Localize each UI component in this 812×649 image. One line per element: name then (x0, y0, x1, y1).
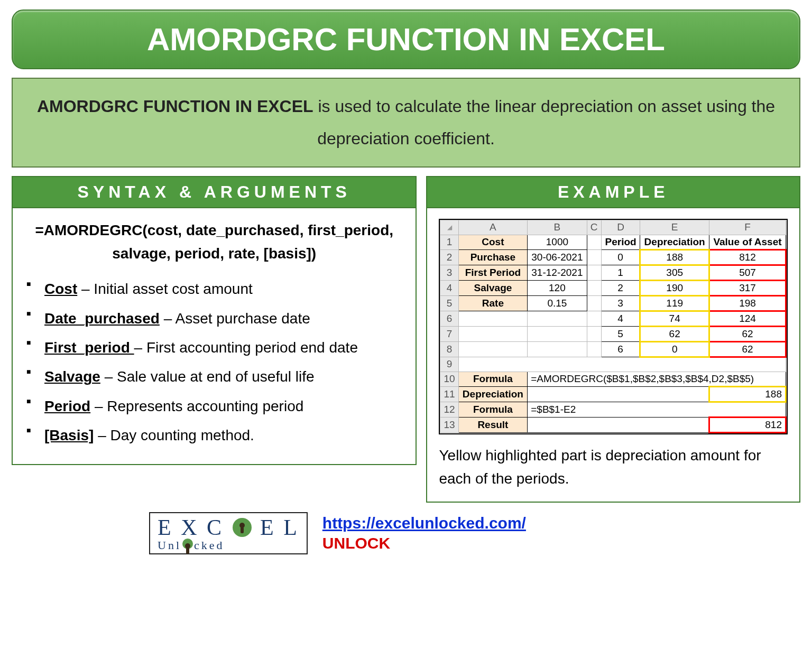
value-cost: 1000 (528, 235, 587, 249)
value-purchase: 30-06-2021 (528, 249, 587, 265)
dep-result-pad (528, 386, 709, 402)
label-value-of-asset: Value of Asset (709, 235, 786, 249)
dep-result: 188 (709, 386, 786, 402)
row-4: 4 (440, 280, 458, 295)
formula-2: =$B$1-E2 (528, 402, 786, 417)
dep-5: 62 (640, 326, 709, 341)
col-b: B (528, 220, 587, 235)
row-5: 5 (440, 295, 458, 311)
row-8: 8 (440, 341, 458, 357)
corner-cell: ◢ (440, 220, 458, 235)
example-heading: EXAMPLE (426, 176, 800, 208)
keyhole-icon (233, 518, 252, 537)
arg-date-purchased: Date_purchased – Asset purchase date (26, 307, 404, 330)
label-cost: Cost (458, 235, 528, 249)
description-text: is used to calculate the linear deprecia… (313, 97, 775, 148)
syntax-heading: SYNTAX & ARGUMENTS (12, 176, 417, 208)
row-3: 3 (440, 265, 458, 280)
formula-1: =AMORDEGRC($B$1,$B$2,$B$3,$B$4,D2,$B$5) (528, 372, 786, 386)
arg-basis: [Basis] – Day counting method. (26, 424, 404, 447)
arg-cost: Cost – Initial asset cost amount (26, 277, 404, 300)
dep-6: 0 (640, 341, 709, 357)
logo-line-2: Unlcked (158, 539, 299, 551)
example-note: Yellow highlighted part is depreciation … (439, 444, 788, 492)
example-column: EXAMPLE ◢ A B C D E F 1 Cost (426, 176, 800, 503)
col-d: D (601, 220, 640, 235)
logo: E X C E L Unlcked (149, 512, 308, 554)
period-4: 4 (601, 311, 640, 326)
period-0: 0 (601, 249, 640, 265)
label-formula-1: Formula (458, 372, 528, 386)
col-f: F (709, 220, 786, 235)
period-2: 2 (601, 280, 640, 295)
label-first-period: First Period (458, 265, 528, 280)
spreadsheet-table: ◢ A B C D E F 1 Cost 1000 Period (440, 220, 787, 433)
va-4: 124 (709, 311, 786, 326)
label-depreciation-row: Depreciation (458, 386, 528, 402)
result-pad (528, 417, 709, 432)
period-6: 6 (601, 341, 640, 357)
footer: E X C E L Unlcked https://excelunlocked.… (12, 512, 800, 554)
col-a: A (458, 220, 528, 235)
syntax-column: SYNTAX & ARGUMENTS =AMORDEGRC(cost, date… (12, 176, 417, 503)
arg-salvage: Salvage – Sale value at end of useful li… (26, 365, 404, 388)
dep-1: 305 (640, 265, 709, 280)
unlock-text: UNLOCK (322, 534, 526, 552)
value-salvage: 120 (528, 280, 587, 295)
va-1: 507 (709, 265, 786, 280)
page-title: AMORDGRC FUNCTION IN EXCEL (12, 10, 800, 69)
label-rate: Rate (458, 295, 528, 311)
value-rate: 0.15 (528, 295, 587, 311)
label-result: Result (458, 417, 528, 432)
period-1: 1 (601, 265, 640, 280)
label-formula-2: Formula (458, 402, 528, 417)
syntax-formula: =AMORDEGRC(cost, date_purchased, first_p… (24, 219, 404, 266)
row-6: 6 (440, 311, 458, 326)
spreadsheet: ◢ A B C D E F 1 Cost 1000 Period (439, 219, 788, 434)
row-12: 12 (440, 402, 458, 417)
label-salvage: Salvage (458, 280, 528, 295)
col-c: C (587, 220, 601, 235)
col-e: E (640, 220, 709, 235)
va-0: 812 (709, 249, 786, 265)
row-13: 13 (440, 417, 458, 432)
va-3: 198 (709, 295, 786, 311)
period-5: 5 (601, 326, 640, 341)
label-purchase: Purchase (458, 249, 528, 265)
result-value: 812 (709, 417, 786, 432)
period-3: 3 (601, 295, 640, 311)
arg-first-period: First_period – First accounting period e… (26, 336, 404, 359)
row-10: 10 (440, 372, 458, 386)
row-11: 11 (440, 386, 458, 402)
website-link[interactable]: https://excelunlocked.com/ (322, 514, 526, 532)
dep-3: 119 (640, 295, 709, 311)
footer-links: https://excelunlocked.com/ UNLOCK (322, 514, 526, 552)
arg-period: Period – Represents accounting period (26, 395, 404, 418)
logo-line-1: E X C E L (158, 516, 299, 539)
value-first-period: 31-12-2021 (528, 265, 587, 280)
row-1: 1 (440, 235, 458, 249)
row-7: 7 (440, 326, 458, 341)
dep-2: 190 (640, 280, 709, 295)
syntax-panel: =AMORDEGRC(cost, date_purchased, first_p… (12, 208, 417, 465)
blank (587, 235, 601, 249)
va-5: 62 (709, 326, 786, 341)
dep-0: 188 (640, 249, 709, 265)
description-bold: AMORDGRC FUNCTION IN EXCEL (37, 97, 313, 116)
description-box: AMORDGRC FUNCTION IN EXCEL is used to ca… (12, 78, 800, 168)
example-panel: ◢ A B C D E F 1 Cost 1000 Period (426, 208, 800, 503)
row-2: 2 (440, 249, 458, 265)
argument-list: Cost – Initial asset cost amount Date_pu… (24, 277, 404, 447)
row-9: 9 (440, 357, 458, 372)
dep-4: 74 (640, 311, 709, 326)
va-6: 62 (709, 341, 786, 357)
keyhole-icon-small (182, 539, 193, 549)
va-2: 317 (709, 280, 786, 295)
label-period: Period (601, 235, 640, 249)
label-depreciation: Depreciation (640, 235, 709, 249)
